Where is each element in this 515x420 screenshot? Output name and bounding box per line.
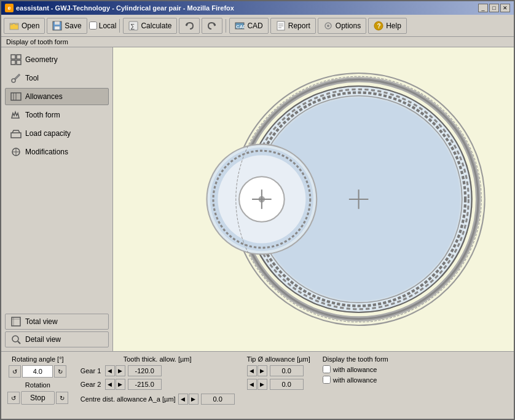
sidebar-item-load-capacity[interactable]: Load capacity [5, 125, 109, 142]
geometry-label: Geometry [25, 55, 58, 64]
tooth-thick-header: Tooth thick. allow. [µm] [81, 355, 235, 363]
tip-allowance-section: Tip Ø allowance [µm] ◀ ▶ ◀ ▶ [247, 355, 310, 390]
centre-dist-label: Centre dist. allowance A_a [µm] [81, 395, 176, 403]
content-area: Display of tooth form Geometry Tool [1, 37, 514, 419]
help-button[interactable]: ? Help [368, 18, 407, 34]
save-label: Save [65, 22, 81, 30]
rotation-left-button[interactable]: ↺ [7, 392, 20, 404]
bottom-panel: Rotating angle [°] ↺ ↻ Rotation ↺ Stop ↻ [1, 351, 514, 419]
cad-button[interactable]: CAD CAD [229, 18, 268, 34]
gear2-tooth-right-button[interactable]: ▶ [116, 379, 125, 390]
gear1-tooth-row: Gear 1 ◀ ▶ [81, 365, 235, 376]
detail-view-button[interactable]: Detail view [5, 331, 109, 347]
sidebar-item-tooth-form[interactable]: Tooth form [5, 106, 109, 124]
local-checkbox[interactable] [89, 22, 97, 30]
canvas-area [113, 47, 514, 351]
gear1-tooth-right-button[interactable]: ▶ [116, 365, 125, 376]
sidebar-item-tool[interactable]: Tool [5, 69, 109, 87]
title-bar-left: e eassistant - GWJ-Technology - Cylindri… [5, 4, 234, 12]
tooth-thick-section: Tooth thick. allow. [µm] Gear 1 ◀ ▶ Gear… [81, 355, 235, 405]
modifications-label: Modifications [25, 148, 68, 156]
redo-icon [207, 21, 217, 31]
calculate-label: Calculate [141, 22, 171, 30]
gear2-tip-controls: ◀ ▶ [247, 379, 267, 390]
open-label: Open [22, 22, 39, 30]
display-label: Display of tooth form [1, 37, 514, 47]
with-allowance1-row: with allowance [323, 365, 388, 373]
report-icon [276, 21, 286, 31]
calculate-icon: ∑ [128, 21, 138, 31]
gear2-tip-left-button[interactable]: ◀ [247, 379, 257, 390]
local-checkbox-wrap: Local [89, 22, 117, 30]
sidebar-item-allowances[interactable]: Allowances [5, 88, 109, 105]
maximize-button[interactable]: □ [489, 4, 499, 12]
svg-line-34 [18, 341, 20, 344]
with-allowance1-checkbox[interactable] [323, 365, 331, 373]
total-view-button[interactable]: Total view [5, 314, 109, 330]
close-button[interactable]: ✕ [500, 4, 510, 12]
rotating-angle-label: Rotating angle [°] [12, 355, 64, 363]
redo-button[interactable] [202, 18, 222, 34]
gear1-tip-right-button[interactable]: ▶ [258, 365, 267, 376]
report-button[interactable]: Report [270, 18, 316, 34]
gear2-tooth-left-button[interactable]: ◀ [105, 379, 115, 390]
title-bar-controls: _ □ ✕ [478, 4, 510, 12]
centre-dist-left-button[interactable]: ◀ [178, 394, 188, 405]
display-tooth-header: Display the tooth form [323, 355, 388, 363]
tip-allowance-header: Tip Ø allowance [µm] [247, 355, 310, 363]
sidebar-item-modifications[interactable]: Modifications [5, 143, 109, 160]
allowances-label: Allowances [25, 92, 63, 101]
undo-button[interactable] [179, 18, 200, 34]
rotating-angle-spinner: ↺ ↻ [9, 365, 66, 378]
svg-rect-21 [17, 60, 21, 65]
rotation-right-button[interactable]: ↻ [56, 392, 68, 404]
svg-rect-3 [55, 26, 60, 30]
gear2-tooth-input [128, 379, 162, 390]
with-allowance2-row: with allowance [323, 376, 388, 384]
svg-point-15 [327, 25, 329, 27]
local-label: Local [99, 22, 117, 30]
open-icon [9, 21, 19, 31]
gear2-tooth-row: Gear 2 ◀ ▶ [81, 379, 235, 390]
rotating-angle-section: Rotating angle [°] ↺ ↻ [9, 355, 66, 378]
centre-dist-right-button[interactable]: ▶ [189, 394, 199, 405]
with-allowance2-checkbox[interactable] [323, 376, 331, 384]
centre-dist-row: Centre dist. allowance A_a [µm] ◀ ▶ [81, 394, 235, 405]
gear1-tip-row: ◀ ▶ [247, 365, 310, 376]
svg-rect-19 [17, 55, 21, 59]
open-button[interactable]: Open [4, 18, 45, 34]
geometry-icon [10, 54, 22, 65]
save-button[interactable]: Save [47, 18, 87, 34]
gear1-tooth-label: Gear 1 [81, 367, 103, 374]
main-window: e eassistant - GWJ-Technology - Cylindri… [0, 0, 515, 420]
display-tooth-section: Display the tooth form with allowance wi… [323, 355, 388, 384]
minimize-button[interactable]: _ [478, 4, 488, 12]
svg-point-33 [12, 336, 18, 342]
svg-rect-30 [12, 317, 20, 326]
tooth-form-label: Tooth form [25, 111, 60, 119]
with-allowance2-label: with allowance [333, 376, 377, 384]
options-button[interactable]: Options [318, 18, 366, 34]
centre-dist-controls: ◀ ▶ [178, 394, 199, 405]
stop-button[interactable]: Stop [21, 391, 55, 405]
help-icon: ? [374, 21, 383, 31]
options-label: Options [336, 22, 361, 30]
load-capacity-icon [10, 128, 22, 139]
window-title: eassistant - GWJ-Technology - Cylindrica… [16, 4, 234, 12]
rotation-label: Rotation [25, 381, 50, 389]
gear2-tooth-label: Gear 2 [81, 381, 103, 388]
gear2-tip-right-button[interactable]: ▶ [258, 379, 267, 390]
rotate-cw-button[interactable]: ↻ [54, 365, 66, 378]
svg-rect-18 [11, 55, 15, 59]
rotate-ccw-button[interactable]: ↺ [9, 365, 21, 378]
gear1-tooth-left-button[interactable]: ◀ [105, 365, 115, 376]
rotation-control-row: ↺ Stop ↻ [7, 391, 68, 405]
detail-view-icon [10, 334, 22, 345]
calculate-button[interactable]: ∑ Calculate [123, 18, 177, 34]
cad-label: CAD [247, 22, 262, 30]
sidebar-item-geometry[interactable]: Geometry [5, 51, 109, 68]
rotating-angle-input[interactable] [22, 365, 53, 378]
title-bar: e eassistant - GWJ-Technology - Cylindri… [1, 1, 514, 15]
gear1-tip-left-button[interactable]: ◀ [247, 365, 257, 376]
centre-dist-input [201, 394, 235, 405]
